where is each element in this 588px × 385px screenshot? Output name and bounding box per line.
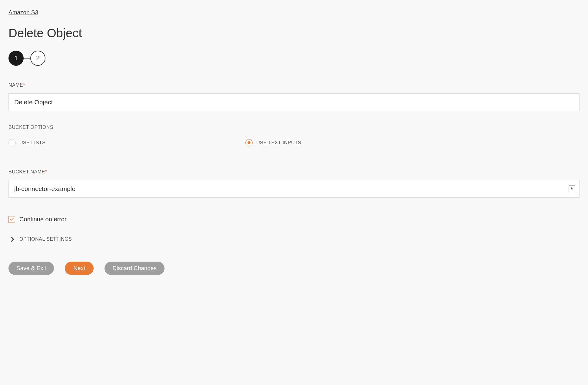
variable-icon[interactable]: V: [569, 186, 575, 192]
checkbox-icon: [8, 216, 15, 223]
breadcrumb-link[interactable]: Amazon S3: [8, 9, 38, 16]
save-exit-button[interactable]: Save & Exit: [8, 262, 54, 275]
required-asterisk: *: [23, 82, 25, 88]
required-asterisk: *: [45, 169, 47, 174]
bucket-options-radio-group: USE LISTS USE TEXT INPUTS: [8, 139, 580, 146]
bucket-options-label: BUCKET OPTIONS: [8, 125, 580, 130]
bucket-name-label: BUCKET NAME*: [8, 169, 580, 175]
optional-settings-label: OPTIONAL SETTINGS: [19, 236, 72, 242]
radio-use-text-inputs[interactable]: USE TEXT INPUTS: [245, 139, 301, 146]
checkmark-icon: [10, 217, 14, 222]
step-1-circle[interactable]: 1: [8, 51, 24, 66]
name-label: NAME*: [8, 82, 580, 88]
step-2-circle[interactable]: 2: [30, 51, 45, 66]
discard-changes-button[interactable]: Discard Changes: [105, 262, 164, 275]
radio-circle-icon: [8, 139, 16, 146]
continue-on-error-label: Continue on error: [19, 216, 67, 223]
bucket-name-input[interactable]: [8, 180, 580, 198]
continue-on-error-checkbox-row[interactable]: Continue on error: [8, 216, 580, 223]
radio-use-text-label: USE TEXT INPUTS: [256, 140, 301, 146]
radio-use-lists-label: USE LISTS: [19, 140, 45, 146]
action-button-row: Save & Exit Next Discard Changes: [8, 262, 580, 275]
name-label-text: NAME: [8, 82, 23, 88]
optional-settings-toggle[interactable]: OPTIONAL SETTINGS: [8, 236, 580, 242]
radio-dot-icon: [247, 141, 251, 144]
bucket-name-label-text: BUCKET NAME: [8, 169, 45, 174]
page-title: Delete Object: [8, 26, 580, 40]
wizard-stepper: 1 2: [8, 51, 580, 66]
radio-circle-selected-icon: [245, 139, 253, 146]
radio-use-lists[interactable]: USE LISTS: [8, 139, 245, 146]
next-button[interactable]: Next: [65, 262, 94, 275]
name-input[interactable]: [8, 93, 580, 111]
step-connector: [24, 58, 30, 59]
chevron-right-icon: [11, 237, 15, 242]
